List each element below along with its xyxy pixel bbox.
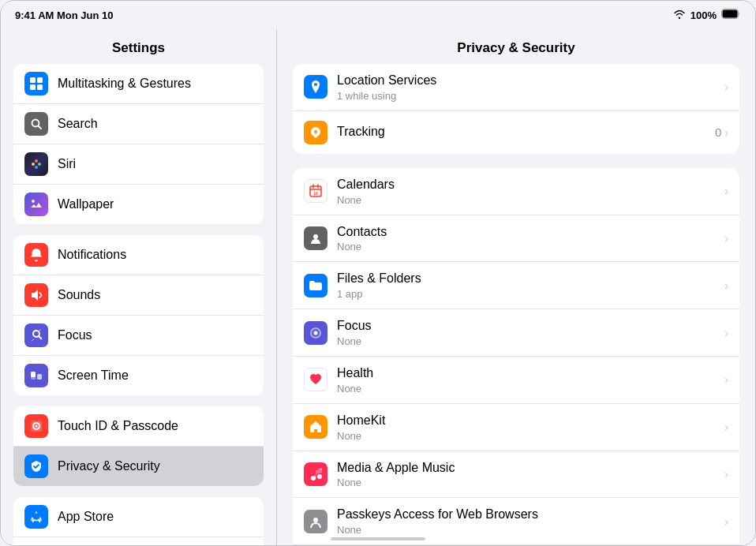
health-title: Health xyxy=(337,365,724,382)
passkeys-subtitle: None xyxy=(337,524,724,536)
privacy-icon xyxy=(24,454,48,478)
focus-perm-text: Focus None xyxy=(337,318,724,347)
sidebar-item-appstore[interactable]: App Store xyxy=(13,497,264,537)
files-right: › xyxy=(724,279,728,292)
appstore-icon xyxy=(24,505,48,529)
svg-point-35 xyxy=(313,518,318,522)
sidebar-item-gamecenter[interactable]: Game Center xyxy=(13,537,264,545)
location-services-icon xyxy=(304,75,327,99)
svg-rect-15 xyxy=(37,374,42,380)
svg-point-33 xyxy=(317,474,322,479)
focus-perm-title: Focus xyxy=(337,318,724,335)
siri-label: Siri xyxy=(58,157,76,171)
sidebar-item-notifications[interactable]: Notifications xyxy=(13,235,264,275)
list-item-contacts[interactable]: Contacts None › xyxy=(293,215,739,263)
svg-point-32 xyxy=(311,476,316,481)
svg-rect-2 xyxy=(30,77,36,83)
tracking-text: Tracking xyxy=(337,124,715,140)
tracking-badge: 0 xyxy=(715,125,721,139)
svg-marker-13 xyxy=(32,290,38,301)
chevron-icon: › xyxy=(724,185,728,197)
sidebar-item-screentime[interactable]: Screen Time xyxy=(13,356,264,395)
list-item-tracking[interactable]: Tracking 0 › xyxy=(293,111,739,154)
sounds-label: Sounds xyxy=(58,288,100,302)
top-section: Location Services 1 while using › xyxy=(293,64,739,154)
homekit-title: HomeKit xyxy=(337,413,724,429)
focus-icon xyxy=(24,323,48,347)
sidebar-group-3: Touch ID & Passcode Privacy & Security xyxy=(13,406,264,486)
chevron-icon: › xyxy=(724,126,728,139)
sidebar: Settings Multitasking & Gestures xyxy=(1,29,277,545)
list-item-calendars[interactable]: 10 Calendars None › xyxy=(293,168,739,215)
list-item-media-music[interactable]: Media & Apple Music None › xyxy=(293,451,739,499)
screentime-icon xyxy=(24,364,48,387)
health-icon xyxy=(304,368,327,391)
location-services-text: Location Services 1 while using xyxy=(337,73,724,102)
sidebar-item-wallpaper[interactable]: Wallpaper xyxy=(13,185,264,224)
contacts-icon xyxy=(304,226,327,250)
contacts-title: Contacts xyxy=(337,224,724,241)
chevron-icon: › xyxy=(724,373,728,386)
sidebar-title: Settings xyxy=(1,29,276,64)
svg-rect-4 xyxy=(30,84,36,90)
list-item-health[interactable]: Health None › xyxy=(293,357,739,404)
appstore-label: App Store xyxy=(58,510,114,524)
sidebar-group-1: Multitasking & Gestures Search xyxy=(13,64,264,224)
homekit-right: › xyxy=(724,421,728,433)
svg-rect-1 xyxy=(723,10,738,18)
status-bar: 9:41 AM Mon Jun 10 100% xyxy=(1,1,755,29)
permissions-section: 10 Calendars None › xyxy=(293,168,739,545)
location-services-title: Location Services xyxy=(337,73,724,89)
calendars-title: Calendars xyxy=(337,177,724,193)
focus-perm-icon xyxy=(304,321,327,345)
screentime-label: Screen Time xyxy=(58,368,129,383)
contacts-text: Contacts None xyxy=(337,224,724,253)
chevron-icon: › xyxy=(724,327,728,339)
media-music-subtitle: None xyxy=(337,477,724,488)
svg-point-12 xyxy=(32,200,35,203)
list-item-files-folders[interactable]: Files & Folders 1 app › xyxy=(293,262,739,309)
sounds-icon xyxy=(24,283,48,307)
svg-line-7 xyxy=(39,126,42,129)
svg-point-11 xyxy=(35,166,38,169)
sidebar-item-privacy[interactable]: Privacy & Security xyxy=(13,447,264,486)
touchid-label: Touch ID & Passcode xyxy=(58,419,178,433)
notifications-icon xyxy=(24,243,48,267)
home-indicator xyxy=(331,537,425,540)
status-right: 100% xyxy=(673,8,741,22)
multitasking-icon xyxy=(24,72,48,95)
passkeys-title: Passkeys Access for Web Browsers xyxy=(337,507,724,523)
status-time: 9:41 AM Mon Jun 10 xyxy=(15,9,113,21)
panel-scroll[interactable]: Location Services 1 while using › xyxy=(277,64,755,545)
focus-label: Focus xyxy=(58,328,92,342)
list-item-location-services[interactable]: Location Services 1 while using › xyxy=(293,64,739,111)
homekit-icon xyxy=(304,415,327,439)
files-icon xyxy=(304,274,327,297)
sidebar-item-focus[interactable]: Focus xyxy=(13,316,264,356)
health-subtitle: None xyxy=(337,383,724,395)
location-services-right: › xyxy=(724,80,728,93)
chevron-icon: › xyxy=(724,421,728,433)
files-subtitle: 1 app xyxy=(337,288,724,300)
calendars-subtitle: None xyxy=(337,194,724,206)
passkeys-text: Passkeys Access for Web Browsers None xyxy=(337,507,724,536)
calendars-text: Calendars None xyxy=(337,177,724,206)
homekit-text: HomeKit None xyxy=(337,413,724,442)
sidebar-item-touchid[interactable]: Touch ID & Passcode xyxy=(13,406,264,447)
tracking-title: Tracking xyxy=(337,124,715,140)
main-panel: Privacy & Security Location Services 1 w… xyxy=(277,29,755,545)
sidebar-item-search[interactable]: Search xyxy=(13,104,264,144)
sidebar-item-siri[interactable]: Siri xyxy=(13,144,264,185)
chevron-icon: › xyxy=(724,232,728,245)
search-icon xyxy=(24,112,48,136)
svg-point-30 xyxy=(313,234,318,239)
svg-rect-3 xyxy=(37,77,43,83)
list-item-homekit[interactable]: HomeKit None › xyxy=(293,404,739,451)
list-item-focus-perm[interactable]: Focus None › xyxy=(293,309,739,357)
sidebar-scroll[interactable]: Multitasking & Gestures Search xyxy=(1,64,276,545)
touchid-icon xyxy=(24,414,48,438)
files-title: Files & Folders xyxy=(337,271,724,287)
sidebar-item-multitasking[interactable]: Multitasking & Gestures xyxy=(13,64,264,104)
chevron-icon: › xyxy=(724,468,728,481)
sidebar-item-sounds[interactable]: Sounds xyxy=(13,275,264,316)
